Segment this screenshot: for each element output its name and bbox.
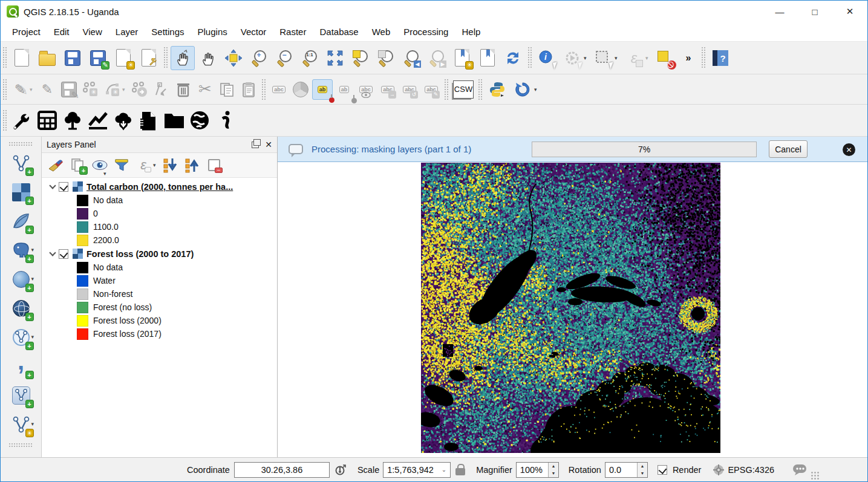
toolbar-grip[interactable] — [261, 79, 266, 99]
map-canvas[interactable] — [421, 163, 720, 453]
help-contents-button[interactable]: ? — [708, 46, 733, 70]
python-console-button[interactable] — [485, 77, 509, 102]
toolbar-grip[interactable] — [478, 79, 483, 99]
layers-panel-header[interactable]: Layers Panel ✕ — [42, 137, 277, 153]
toolbar-grip[interactable] — [8, 142, 33, 146]
zoom-last-button[interactable]: ◀ — [399, 46, 423, 70]
close-message-bar-icon[interactable]: ✕ — [843, 143, 855, 156]
menu-view[interactable]: View — [76, 24, 109, 40]
add-wms-layer-button[interactable]: + — [8, 266, 34, 293]
resize-grip[interactable] — [811, 471, 819, 480]
menu-database[interactable]: Database — [313, 24, 365, 40]
close-button[interactable]: ✕ — [832, 1, 867, 22]
toolbar-grip[interactable] — [2, 109, 7, 131]
map-canvas-background[interactable] — [278, 162, 867, 458]
offset-curve-button[interactable] — [151, 79, 172, 100]
add-wcs-layer-button[interactable]: + — [8, 295, 34, 322]
select-features-dropdown[interactable] — [615, 55, 621, 61]
rotation-down-icon[interactable]: ▼ — [638, 470, 647, 477]
new-project-button[interactable] — [10, 46, 34, 70]
magnifier-down-icon[interactable]: ▼ — [549, 470, 558, 477]
new-print-composer-button[interactable]: ✳ — [111, 46, 135, 70]
add-vector-layer-button[interactable]: + — [8, 150, 34, 177]
zoom-native-button[interactable]: 1:1 — [298, 46, 322, 70]
toolbar-grip[interactable] — [2, 47, 7, 69]
toolbar-grip[interactable] — [527, 47, 532, 69]
scale-combo[interactable]: 1:5,763,942⌄ — [383, 462, 451, 478]
pan-to-selection-button[interactable] — [221, 46, 246, 70]
toggle-extents-mouse-icon[interactable] — [334, 464, 347, 476]
current-edits-button[interactable]: ✎ — [10, 79, 30, 100]
menu-layer[interactable]: Layer — [109, 24, 145, 40]
copy-features-button[interactable] — [217, 79, 237, 100]
layer-item[interactable]: Forest loss (2000 to 2017) — [42, 247, 277, 261]
layer-visibility-checkbox[interactable] — [59, 182, 68, 192]
remove-layer-group-button[interactable]: – — [204, 155, 224, 175]
deselect-dropdown[interactable] — [645, 55, 651, 61]
run-feature-action-button[interactable] — [560, 46, 584, 70]
expand-all-button[interactable] — [160, 155, 181, 175]
zoom-in-button[interactable]: + — [247, 46, 271, 70]
cancel-button[interactable]: Cancel — [769, 140, 808, 158]
menu-web[interactable]: Web — [365, 24, 397, 40]
manage-visibility-button[interactable] — [90, 155, 110, 175]
minimize-button[interactable]: — — [762, 1, 797, 22]
move-label-button[interactable]: → — [377, 79, 398, 100]
paste-features-button[interactable] — [238, 79, 259, 100]
menu-plugins[interactable]: Plugins — [191, 24, 234, 40]
filter-legend-button[interactable] — [111, 155, 132, 175]
cloud-download-button[interactable] — [111, 108, 135, 132]
info-tool-button[interactable] — [213, 108, 237, 132]
rotation-up-icon[interactable]: ▲ — [638, 463, 647, 470]
menu-vector[interactable]: Vector — [234, 24, 273, 40]
add-feature-button[interactable]: ✳ — [80, 79, 101, 100]
touch-zoom-pan-button[interactable] — [171, 46, 195, 70]
expand-chevron-icon[interactable] — [49, 182, 56, 189]
save-project-as-button[interactable]: ✎ — [86, 46, 110, 70]
layer-diagram-options-button[interactable] — [290, 79, 311, 100]
new-shapefile-layer-button[interactable]: + — [8, 382, 34, 409]
rotation-spinbox[interactable]: 0.0 ▲▼ — [605, 462, 648, 478]
pin-unpin-labels-button[interactable] — [334, 79, 354, 100]
wms-dropdown[interactable] — [31, 276, 38, 282]
layer-item[interactable]: Total carbon (2000, tonnes per ha... — [42, 180, 277, 194]
crs-status-icon[interactable] — [713, 464, 724, 475]
rotate-label-button[interactable]: ↺ — [399, 79, 420, 100]
tree-tool-button[interactable] — [60, 108, 85, 132]
coordinate-input[interactable]: 30.26,3.86 — [234, 462, 330, 478]
move-feature-button[interactable] — [129, 79, 150, 100]
open-layer-styling-button[interactable] — [46, 155, 67, 175]
change-label-button[interactable]: ✎ — [421, 79, 442, 100]
expand-chevron-icon[interactable] — [49, 249, 56, 256]
maximize-button[interactable]: □ — [797, 1, 832, 22]
highlight-pinned-labels-button[interactable] — [356, 79, 376, 100]
show-bookmarks-button[interactable] — [475, 46, 500, 70]
messages-icon[interactable] — [792, 464, 807, 476]
folder-tool-button[interactable] — [162, 108, 186, 132]
zoom-next-button[interactable]: ▶ — [425, 46, 449, 70]
menu-help[interactable]: Help — [455, 24, 487, 40]
layer-visibility-checkbox[interactable] — [59, 249, 68, 259]
panel-close-icon[interactable]: ✕ — [265, 140, 272, 149]
new-layer-dropdown[interactable] — [31, 421, 38, 427]
zoom-full-button[interactable] — [323, 46, 347, 70]
filter-expression-dropdown[interactable] — [153, 162, 159, 168]
menu-processing[interactable]: Processing — [397, 24, 455, 40]
spectral-plot-button[interactable] — [86, 108, 110, 132]
cut-features-button[interactable]: ✂ — [195, 79, 215, 100]
toolbar-grip[interactable] — [701, 47, 706, 69]
select-by-form-disabled-button[interactable]: ⃠ — [653, 46, 677, 70]
layer-labeling-options-button[interactable] — [269, 79, 289, 100]
pan-map-button[interactable] — [196, 46, 220, 70]
menu-raster[interactable]: Raster — [273, 24, 313, 40]
deselect-features-button[interactable]: ε — [622, 46, 646, 70]
batch-table-button[interactable] — [35, 108, 59, 132]
menu-project[interactable]: Project — [5, 24, 47, 40]
zoom-out-button[interactable]: − — [272, 46, 296, 70]
pin-labels-button[interactable] — [312, 79, 333, 100]
menu-settings[interactable]: Settings — [145, 24, 191, 40]
collapse-all-button[interactable] — [182, 155, 203, 175]
menu-edit[interactable]: Edit — [47, 24, 76, 40]
add-raster-layer-button[interactable]: + — [8, 179, 34, 206]
refresh-button[interactable] — [501, 46, 525, 70]
